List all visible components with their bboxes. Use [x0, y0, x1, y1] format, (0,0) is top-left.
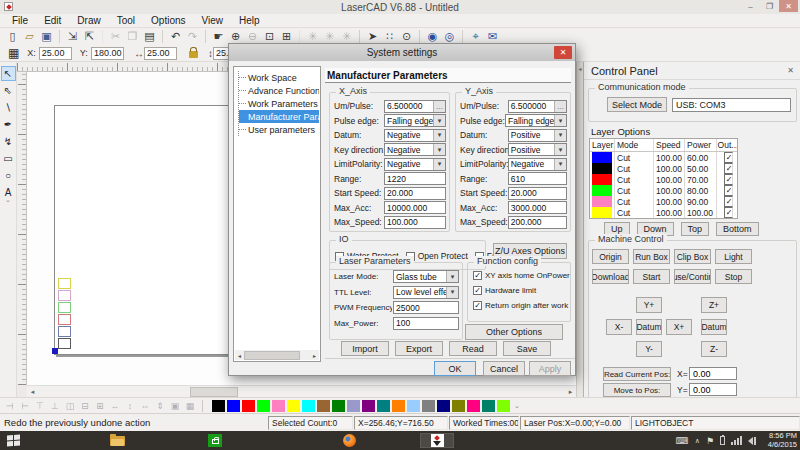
jog-xy-datum-button[interactable]: Datum [636, 319, 662, 335]
start-button[interactable] [7, 435, 20, 447]
shape-rectangle[interactable] [58, 338, 71, 349]
preview-icon[interactable]: ✉ [484, 29, 501, 44]
tools-overflow-icon[interactable]: ⌄ [5, 196, 11, 204]
layer-mode[interactable]: Cut [615, 174, 654, 185]
array-icon[interactable]: ∷ [381, 29, 398, 44]
palette-swatch[interactable] [452, 400, 465, 412]
pos-x-input[interactable]: 0.00 [689, 367, 737, 380]
layer-power[interactable]: 80.00 [685, 185, 717, 196]
palette-swatch[interactable] [212, 400, 225, 412]
jog-x-plus-button[interactable]: X+ [666, 319, 692, 335]
layer-speed[interactable]: 100.00 [654, 152, 685, 163]
cancel-button[interactable]: Cancel [483, 361, 525, 376]
scroll-thumb[interactable] [190, 387, 238, 397]
read-current-pos-button[interactable]: Read Current Pos: [603, 367, 671, 381]
scroll-left-icon[interactable]: ◂ [27, 386, 38, 397]
dialog-action-button[interactable]: Read [449, 341, 497, 356]
mirror-h-icon[interactable]: ✳ [321, 29, 338, 44]
tree-scroll-thumb[interactable] [244, 351, 300, 360]
layer-color-swatch[interactable] [592, 152, 612, 163]
palette-swatch[interactable] [302, 400, 315, 412]
zoom-window-icon[interactable]: ⊡ [261, 29, 278, 44]
palette-swatch[interactable] [407, 400, 420, 412]
same-width-icon[interactable]: ⇔ [138, 399, 152, 412]
layer-power[interactable]: 100.00 [685, 207, 717, 218]
parameter-field[interactable]: Falling edge ▾ [505, 114, 567, 127]
open-icon[interactable]: ▱ [21, 29, 38, 44]
palette-swatch[interactable] [242, 400, 255, 412]
machine-button[interactable]: Stop [715, 269, 752, 284]
close-button[interactable]: ✕ [779, 0, 798, 12]
menu-item[interactable]: File [4, 15, 36, 26]
field-dropdown-icon[interactable]: ▾ [446, 271, 458, 282]
touch-keyboard-icon[interactable]: ⌨ [676, 436, 689, 446]
node-edit-tool[interactable]: ⇖ [1, 83, 16, 98]
machine-button[interactable]: Pause/Continue [674, 269, 711, 284]
layer-row[interactable]: Cut 100.00 80.00 ✓ [590, 185, 737, 196]
dialog-title-bar[interactable]: System settings ✕ [229, 44, 575, 61]
save-icon[interactable]: ▣ [38, 29, 55, 44]
layer-power[interactable]: 90.00 [685, 196, 717, 207]
ellipse-tool[interactable]: ○ [1, 168, 16, 183]
palette-swatch[interactable] [497, 400, 510, 412]
layer-mode[interactable]: Cut [615, 207, 654, 218]
network-signal-icon[interactable] [731, 436, 742, 445]
parameter-field[interactable]: Negative ▾ [384, 158, 446, 171]
parameter-field[interactable]: Negative ▾ [508, 158, 567, 171]
tree-item[interactable]: Work Parameters [239, 97, 319, 110]
simulate-icon[interactable]: ◉ [424, 29, 441, 44]
layer-speed[interactable]: 100.00 [654, 196, 685, 207]
io-checkbox-item[interactable]: Open Protect [406, 251, 468, 261]
zoom-out-icon[interactable]: ⊖ [244, 29, 261, 44]
layer-mode[interactable]: Cut [615, 152, 654, 163]
shape-rectangle[interactable] [58, 290, 71, 301]
layer-output-checkbox[interactable]: ✓ [724, 196, 733, 207]
zoom-in-icon[interactable]: ⊕ [227, 29, 244, 44]
layer-color-swatch[interactable] [592, 207, 612, 218]
layer-mode[interactable]: Cut [615, 185, 654, 196]
field-dropdown-icon[interactable]: ▾ [554, 130, 566, 141]
same-height-icon[interactable]: ⇕ [153, 399, 167, 412]
palette-swatch[interactable] [467, 400, 480, 412]
align-right-icon[interactable]: ⊢ [18, 399, 32, 412]
field-dropdown-icon[interactable]: … [433, 101, 445, 112]
field-dropdown-icon[interactable]: ▾ [433, 144, 445, 155]
shape-rectangle[interactable] [58, 302, 71, 313]
palette-swatch[interactable] [377, 400, 390, 412]
palette-swatch[interactable] [392, 400, 405, 412]
align-center-icon[interactable]: ⊞ [93, 399, 107, 412]
pen-tool[interactable]: ✒ [1, 117, 16, 132]
layer-speed[interactable]: 100.00 [654, 174, 685, 185]
panel-splitter[interactable]: ◂ [576, 62, 583, 413]
jog-y-minus-button[interactable]: Y- [636, 341, 662, 357]
layer-speed[interactable]: 100.00 [654, 207, 685, 218]
battery-icon[interactable] [720, 436, 725, 445]
layer-row[interactable]: Cut 100.00 60.00 ✓ [590, 152, 737, 163]
parameter-field[interactable]: 6.500000 … [384, 100, 446, 113]
parameter-field[interactable]: 610 [508, 172, 567, 185]
tree-h-scrollbar[interactable]: ◂ ▸ [235, 350, 319, 360]
volume-icon[interactable] [748, 437, 756, 445]
machine-button[interactable]: Origin [592, 249, 629, 264]
tree-item[interactable]: User parameters [239, 123, 319, 136]
menu-item[interactable]: Help [231, 15, 268, 26]
parameter-field[interactable]: 6.500000 … [508, 100, 567, 113]
import-icon[interactable]: ⇲ [64, 29, 81, 44]
redo-icon[interactable]: ↷ [184, 29, 201, 44]
distribute-h-icon[interactable]: ↔ [108, 399, 122, 412]
shape-rectangle[interactable] [58, 326, 71, 337]
parameter-field[interactable]: 200.000 [508, 216, 567, 229]
laser-position-icon[interactable]: ⌖ [467, 29, 484, 44]
checkbox-checked[interactable]: ✓ [473, 286, 482, 295]
align-left-icon[interactable]: ⊣ [3, 399, 17, 412]
copy-icon[interactable]: ❐ [124, 29, 141, 44]
other-options-button[interactable]: Other Options [465, 324, 563, 340]
line-tool[interactable]: ∖ [1, 100, 16, 115]
machine-button[interactable]: Light [715, 249, 752, 264]
rotate-icon[interactable]: ✳ [304, 29, 321, 44]
dialog-action-button[interactable]: Save [503, 341, 551, 356]
parameter-field[interactable]: Glass tube ▾ [393, 270, 459, 283]
dialog-close-button[interactable]: ✕ [554, 46, 572, 59]
export-icon[interactable]: ⇱ [81, 29, 98, 44]
parameter-field[interactable]: Negative ▾ [384, 129, 446, 142]
